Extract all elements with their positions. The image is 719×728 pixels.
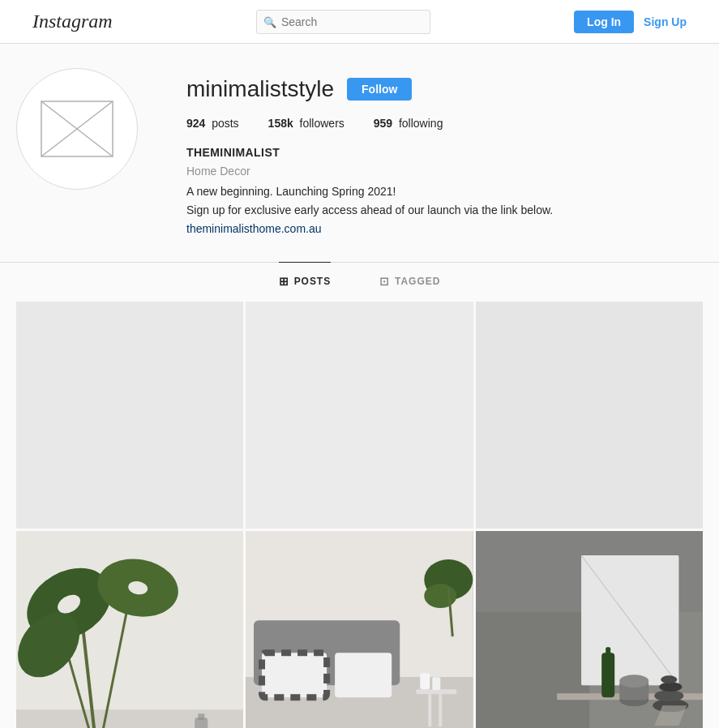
followers-count: 158k [268, 117, 293, 130]
svg-rect-24 [429, 695, 432, 727]
bio-name: THEMINIMALIST [186, 144, 703, 161]
search-container: 🔍 [256, 10, 430, 34]
grid-cell-4[interactable] [16, 531, 243, 728]
header-actions: Log In Sign Up [574, 11, 687, 33]
following-count: 959 [374, 117, 392, 130]
profile-stats: 924 posts 158k followers 959 following [186, 117, 703, 130]
grid-cell-5[interactable] [246, 531, 473, 728]
profile-username: minimaliststyle [186, 76, 334, 102]
search-input[interactable] [256, 10, 430, 34]
posts-stat: 924 posts [186, 117, 239, 130]
svg-rect-25 [439, 695, 443, 727]
profile-tabs: ⊞ POSTS ⊡ TAGGED [16, 263, 703, 299]
bio-line1: A new beginning. Launching Spring 2021! [186, 183, 703, 200]
tab-tagged-label: TAGGED [395, 276, 440, 287]
tag-icon: ⊡ [379, 275, 390, 288]
svg-rect-27 [433, 678, 441, 691]
tab-tagged[interactable]: ⊡ TAGGED [379, 263, 440, 299]
svg-rect-26 [421, 674, 430, 690]
svg-rect-39 [606, 648, 610, 656]
avatar [16, 68, 138, 190]
grid-cell-6[interactable] [476, 531, 703, 728]
posts-grid [16, 302, 703, 728]
followers-label: followers [300, 117, 345, 130]
avatar-wrapper [16, 68, 138, 190]
search-icon: 🔍 [263, 15, 276, 28]
username-row: minimaliststyle Follow [186, 76, 703, 102]
followers-stat: 158k followers [268, 117, 345, 130]
grid-cell-3[interactable] [476, 302, 703, 529]
grid-icon: ⊞ [279, 275, 289, 288]
svg-rect-15 [198, 714, 204, 721]
grid-cell-2[interactable] [246, 302, 473, 529]
svg-point-42 [619, 675, 648, 688]
bio-link[interactable]: theminimalisthome.com.au [186, 222, 322, 235]
signup-button[interactable]: Sign Up [644, 15, 687, 28]
instagram-logo[interactable]: Instagram [32, 11, 113, 32]
profile-info: minimaliststyle Follow 924 posts 158k fo… [186, 68, 703, 238]
follow-button[interactable]: Follow [347, 78, 412, 101]
profile-container: minimaliststyle Follow 924 posts 158k fo… [0, 44, 719, 728]
following-stat: 959 following [374, 117, 443, 130]
svg-rect-20 [262, 653, 327, 698]
avatar-placeholder-svg [41, 101, 113, 157]
svg-rect-21 [335, 653, 392, 698]
profile-bio: THEMINIMALIST Home Decor A new beginning… [186, 144, 703, 238]
svg-point-44 [654, 691, 683, 702]
svg-point-29 [425, 584, 457, 608]
bio-line2: Sign up for exclusive early access ahead… [186, 202, 703, 219]
grid-cell-1[interactable] [16, 302, 243, 529]
posts-label: posts [212, 117, 238, 130]
svg-point-46 [661, 676, 677, 684]
following-label: following [399, 117, 443, 130]
bio-category: Home Decor [186, 163, 703, 180]
posts-count: 924 [186, 117, 205, 130]
profile-header: minimaliststyle Follow 924 posts 158k fo… [16, 68, 703, 238]
header: Instagram 🔍 Log In Sign Up [0, 0, 719, 44]
svg-rect-38 [601, 653, 614, 698]
login-button[interactable]: Log In [574, 11, 634, 33]
tab-posts[interactable]: ⊞ POSTS [279, 262, 331, 299]
tab-posts-label: POSTS [294, 276, 331, 287]
